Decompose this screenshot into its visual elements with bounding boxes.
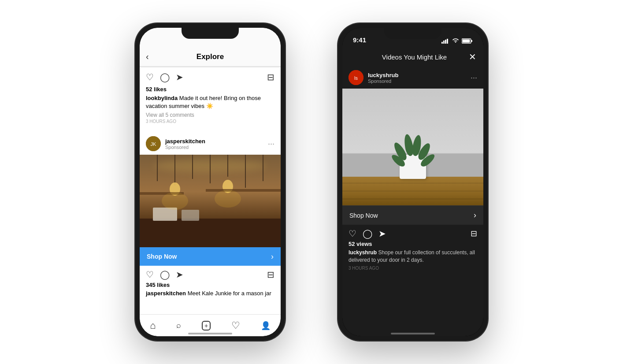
shop-now-dark-label: Shop Now — [349, 212, 378, 219]
comment-icon-2[interactable]: ◯ — [160, 269, 170, 280]
wood-floor — [342, 177, 483, 205]
caption-username-2: jasperskitchen — [146, 290, 186, 297]
svg-rect-15 — [182, 210, 199, 221]
profile-nav-icon[interactable]: 👤 — [261, 321, 271, 331]
home-indicator-2[interactable] — [391, 333, 435, 334]
save-icon-2[interactable]: ⊟ — [267, 269, 274, 280]
nav-bar-1: ‹ Explore — [140, 47, 281, 67]
video-header: Videos You Might Like ✕ — [342, 47, 483, 67]
video-timestamp: 3 HOURS AGO — [342, 264, 483, 272]
likes-count-1: 52 likes — [146, 86, 274, 93]
video-page-title: Videos You Might Like — [360, 53, 469, 61]
video-username[interactable]: luckyshrub — [368, 72, 471, 78]
caption-2: jasperskitchen Meet Kale Junkie for a ma… — [140, 290, 281, 297]
video-avatar-img: ls — [349, 70, 363, 85]
wood-line-2 — [342, 191, 483, 191]
video-heart-icon[interactable]: ♡ — [349, 228, 356, 239]
shop-now-dark[interactable]: Shop Now › — [342, 205, 483, 225]
heart-icon-2[interactable]: ♡ — [146, 269, 154, 280]
svg-rect-13 — [140, 219, 281, 247]
wood-line-3 — [342, 199, 483, 199]
sponsor-info-1: jasperskitchen Sponsored — [165, 138, 268, 150]
phone-1: ‹ Explore ♡ ◯ ➤ ⊟ 52 likes — [135, 23, 285, 341]
svg-rect-24 — [463, 40, 470, 43]
sponsor-avatar-1: JK — [146, 136, 161, 151]
video-action-left: ♡ ◯ ➤ — [349, 228, 386, 239]
kitchen-scene — [140, 155, 281, 247]
wood-line-1 — [342, 183, 483, 183]
video-comment-icon[interactable]: ◯ — [363, 228, 372, 239]
time-display: 9:41 — [353, 36, 366, 44]
plant-leaves — [395, 125, 430, 156]
back-button[interactable]: ‹ — [146, 52, 149, 62]
share-icon[interactable]: ➤ — [176, 72, 183, 82]
sponsor-avatar-img: JK — [146, 136, 161, 151]
svg-text:ls: ls — [354, 75, 358, 81]
ad-image-1 — [140, 155, 281, 247]
video-sponsor-avatar: ls — [349, 70, 363, 85]
svg-text:JK: JK — [151, 141, 157, 147]
close-button[interactable]: ✕ — [469, 52, 476, 62]
video-user-info: luckyshrub Sponsored — [368, 72, 471, 84]
heart-nav-icon[interactable]: ♡ — [231, 320, 240, 331]
add-nav-icon[interactable]: + — [202, 321, 211, 331]
action-left-2: ♡ ◯ ➤ — [146, 269, 183, 280]
video-caption-user: luckyshrub — [349, 249, 377, 256]
shop-now-arrow-1: › — [271, 252, 274, 261]
caption-1: lookbylinda Made it out here! Bring on t… — [146, 94, 274, 110]
phone-2-screen: 9:41 — [342, 28, 483, 336]
action-bar-1: ♡ ◯ ➤ ⊟ — [146, 72, 274, 82]
video-actions: ♡ ◯ ➤ ⊟ — [342, 225, 483, 241]
battery-icon — [462, 38, 473, 44]
timestamp-1: 3 HOURS AGO — [146, 119, 274, 124]
heart-icon[interactable]: ♡ — [146, 72, 154, 82]
svg-rect-19 — [443, 41, 445, 44]
video-image — [342, 89, 483, 205]
video-user-row: ls luckyshrub Sponsored ··· — [342, 67, 483, 89]
phone-2: 9:41 — [338, 23, 488, 341]
phones-container: ‹ Explore ♡ ◯ ➤ ⊟ 52 likes — [0, 15, 623, 349]
svg-point-17 — [215, 190, 241, 208]
save-icon[interactable]: ⊟ — [267, 72, 274, 82]
home-indicator[interactable] — [188, 333, 232, 334]
phone-1-screen: ‹ Explore ♡ ◯ ➤ ⊟ 52 likes — [140, 28, 281, 336]
shop-now-bar-1[interactable]: Shop Now › — [140, 247, 281, 266]
caption-body-2: Meet Kale Junkie for a mason jar — [188, 290, 271, 297]
video-save-icon[interactable]: ⊟ — [471, 229, 477, 238]
page-title: Explore — [197, 52, 224, 61]
svg-rect-21 — [447, 39, 448, 44]
home-nav-icon[interactable]: ⌂ — [150, 320, 156, 331]
sponsor-label-1: Sponsored — [165, 145, 268, 150]
kitchen-svg — [140, 155, 281, 247]
post-1-section: ♡ ◯ ➤ ⊟ 52 likes lookbylinda Made it out… — [140, 67, 281, 133]
shop-now-dark-arrow: › — [474, 211, 476, 220]
video-more-button[interactable]: ··· — [471, 73, 477, 82]
sponsor-name-1[interactable]: jasperskitchen — [165, 138, 268, 145]
plant-scene — [342, 89, 483, 205]
phone-1-content: ‹ Explore ♡ ◯ ➤ ⊟ 52 likes — [140, 28, 281, 336]
likes-count-2: 345 likes — [140, 282, 281, 290]
share-icon-2[interactable]: ➤ — [176, 269, 183, 280]
sponsored-header-1: JK jasperskitchen Sponsored ··· — [140, 133, 281, 155]
svg-rect-23 — [471, 40, 472, 42]
notch — [182, 28, 239, 39]
svg-rect-18 — [441, 42, 443, 44]
view-comments-1[interactable]: View all 5 comments — [146, 112, 274, 118]
video-sponsored-label: Sponsored — [368, 78, 471, 84]
post-2-actions: ♡ ◯ ➤ ⊟ — [140, 266, 281, 282]
svg-rect-12 — [206, 189, 281, 192]
svg-rect-20 — [445, 40, 446, 44]
video-share-icon[interactable]: ➤ — [378, 228, 386, 239]
search-nav-icon[interactable]: ⌕ — [176, 321, 181, 330]
wifi-icon — [452, 38, 459, 44]
comment-icon[interactable]: ◯ — [160, 72, 170, 82]
wood-lines — [342, 177, 483, 205]
action-left-1: ♡ ◯ ➤ — [146, 72, 183, 82]
caption-username-1: lookbylinda — [146, 95, 178, 101]
phone-2-content: 9:41 — [342, 28, 483, 336]
svg-point-16 — [162, 192, 188, 210]
more-button-1[interactable]: ··· — [268, 139, 274, 149]
shop-now-label-1: Shop Now — [147, 253, 177, 260]
signal-icon — [441, 38, 449, 44]
status-icons — [441, 38, 473, 44]
